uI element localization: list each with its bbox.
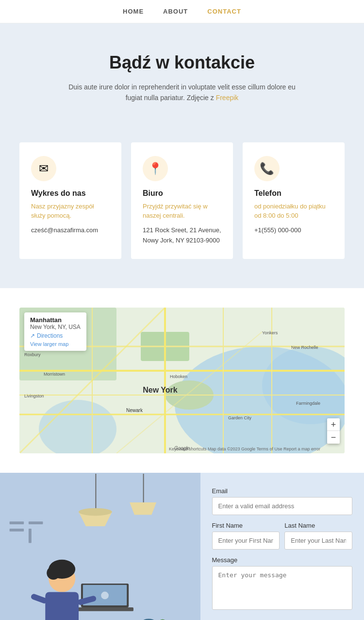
zoom-in-button[interactable]: +	[327, 418, 340, 431]
nav-contact[interactable]: CONTACT	[207, 8, 241, 15]
card-email-title: Wykres do nas	[31, 189, 110, 198]
svg-text:Newark: Newark	[126, 408, 143, 413]
card-email: ✉ Wykres do nas Nasz przyjazny zespół sł…	[19, 142, 121, 259]
card-office: 📍 Biuro Przyjdź przywitać się w naszej c…	[131, 142, 233, 259]
first-name-input[interactable]	[212, 532, 280, 550]
last-name-label: Last Name	[284, 522, 352, 529]
email-icon: ✉	[31, 156, 56, 181]
map-footer: Keyboard shortcuts Map data ©2023 Google…	[169, 447, 320, 451]
message-label: Message	[212, 556, 353, 564]
card-email-subtitle: Nasz przyjazny zespół służy pomocą.	[31, 202, 110, 221]
freepik-link[interactable]: Freepik	[216, 94, 239, 102]
svg-text:Hoboken: Hoboken	[170, 374, 187, 379]
phone-icon: 📞	[254, 156, 280, 181]
card-phone-title: Telefon	[254, 189, 333, 198]
card-phone: 📞 Telefon od poniedziałku do piątku od 8…	[243, 142, 345, 259]
cards-container: ✉ Wykres do nas Nasz przyjazny zespół sł…	[19, 142, 345, 259]
svg-rect-58	[29, 522, 43, 525]
svg-text:New York: New York	[143, 386, 178, 394]
map-zoom-controls: + −	[327, 418, 340, 444]
directions-arrow-icon: ↗	[30, 332, 35, 339]
card-phone-subtitle: od poniedziałku do piątku od 8:00 do 5:0…	[254, 202, 333, 221]
contact-form: Email First Name Last Name Message ZAREZ…	[200, 473, 364, 620]
map-place-name: Manhattan	[30, 316, 81, 324]
card-office-subtitle: Przyjdź przywitać się w naszej centrali.	[143, 202, 221, 221]
location-icon: 📍	[143, 156, 168, 181]
svg-text:Garden City: Garden City	[228, 415, 252, 420]
name-row: First Name Last Name	[212, 522, 353, 550]
contact-section: Email First Name Last Name Message ZAREZ…	[0, 473, 364, 620]
map-place-sub: New York, NY, USA	[30, 324, 81, 330]
hero-description: Duis aute irure dolor in reprehenderit i…	[61, 82, 303, 103]
svg-rect-59	[10, 529, 24, 532]
navigation: HOME ABOUT CONTACT	[0, 0, 364, 23]
svg-rect-57	[10, 522, 24, 525]
map-section: New York Wayne Yonkers New Rochelle Roxb…	[0, 288, 364, 473]
svg-text:Farmingdale: Farmingdale	[296, 401, 320, 406]
card-phone-detail: +1(555) 000-000	[254, 225, 333, 236]
view-larger-map-link[interactable]: View larger map	[30, 341, 81, 347]
hero-section: Bądź w kontakcie Duis aute irure dolor i…	[0, 23, 364, 128]
card-office-detail: 121 Rock Sreet, 21 Avenue, Nowy Jork, NY…	[143, 225, 221, 246]
svg-text:Roxbury: Roxbury	[24, 352, 41, 357]
zoom-out-button[interactable]: −	[327, 431, 340, 444]
svg-rect-33	[143, 474, 144, 502]
last-name-input[interactable]	[284, 532, 352, 550]
card-email-detail: cześć@naszafirma.com	[31, 225, 110, 236]
cards-section: ✉ Wykres do nas Nasz przyjazny zespół sł…	[0, 128, 364, 289]
directions-button[interactable]: ↗ Directions	[30, 332, 81, 339]
message-group: Message	[212, 556, 353, 612]
svg-text:New Rochelle: New Rochelle	[291, 345, 318, 350]
first-name-label: First Name	[212, 522, 280, 529]
svg-point-46	[47, 567, 60, 580]
svg-text:Morristown: Morristown	[44, 372, 65, 377]
map-container[interactable]: New York Wayne Yonkers New Rochelle Roxb…	[19, 308, 345, 453]
message-input[interactable]	[212, 566, 353, 610]
svg-point-32	[79, 508, 112, 516]
first-name-group: First Name	[212, 522, 280, 550]
svg-rect-30	[95, 474, 96, 512]
nav-home[interactable]: HOME	[123, 8, 144, 15]
map-popup: Manhattan New York, NY, USA ↗ Directions…	[24, 312, 86, 351]
svg-rect-47	[45, 592, 79, 620]
svg-rect-60	[29, 529, 32, 543]
last-name-group: Last Name	[284, 522, 352, 550]
illustration-svg	[0, 473, 200, 620]
svg-point-41	[101, 592, 109, 600]
card-office-title: Biuro	[143, 189, 221, 198]
svg-rect-38	[76, 607, 133, 611]
svg-text:Livingston: Livingston	[24, 394, 44, 398]
nav-about[interactable]: ABOUT	[163, 8, 188, 15]
email-input[interactable]	[212, 497, 353, 515]
email-label: Email	[212, 487, 353, 495]
page-title: Bądź w kontakcie	[39, 52, 325, 73]
svg-text:Yonkers: Yonkers	[262, 330, 278, 335]
email-group: Email	[212, 487, 353, 515]
contact-illustration	[0, 473, 200, 620]
